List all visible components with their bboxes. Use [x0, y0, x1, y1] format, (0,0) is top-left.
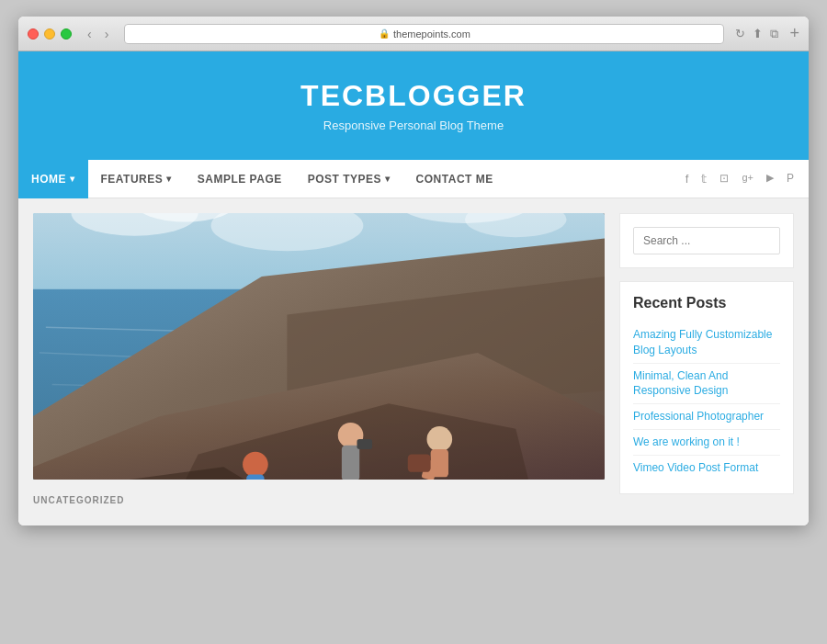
svg-rect-25: [408, 454, 431, 471]
browser-nav: ‹ ›: [83, 25, 113, 43]
main-content: UNCATEGORIZED Recent Posts Amazing Fully…: [18, 198, 809, 525]
youtube-icon[interactable]: ▶: [766, 172, 774, 186]
search-input[interactable]: [633, 227, 780, 254]
recent-post-4[interactable]: We are working on it !: [633, 430, 780, 456]
googleplus-icon[interactable]: g+: [742, 172, 753, 186]
svg-point-15: [243, 452, 268, 478]
svg-rect-20: [357, 439, 372, 449]
lock-icon: 🔒: [379, 28, 390, 39]
facebook-icon[interactable]: f: [685, 172, 689, 186]
new-tab-button[interactable]: ⧉: [770, 24, 778, 43]
nav-item-home[interactable]: HOME ▾: [18, 160, 88, 198]
twitter-icon[interactable]: 𝕥: [701, 172, 707, 186]
nav-items: HOME ▾ FEATURES ▾ SAMPLE PAGE POST TYPES…: [18, 160, 671, 198]
url-text: themepoints.com: [393, 28, 470, 40]
site-header: TECBLOGGER Responsive Personal Blog Them…: [18, 51, 809, 160]
recent-posts-title: Recent Posts: [633, 295, 780, 311]
nav-item-post-types[interactable]: POST TYPES ▾: [295, 160, 403, 198]
recent-post-2[interactable]: Minimal, Clean And Responsive Design: [633, 364, 780, 405]
nav-label-post-types: POST TYPES: [308, 173, 381, 186]
blog-area: UNCATEGORIZED: [33, 213, 605, 511]
site-navigation: HOME ▾ FEATURES ▾ SAMPLE PAGE POST TYPES…: [18, 160, 809, 198]
nav-label-features: FEATURES: [101, 173, 164, 186]
maximize-button[interactable]: [61, 28, 72, 40]
instagram-icon[interactable]: ⊡: [719, 172, 729, 186]
nav-label-sample: SAMPLE PAGE: [198, 173, 282, 186]
site-tagline: Responsive Personal Blog Theme: [37, 119, 790, 132]
nav-label-contact: CONTACT ME: [416, 173, 493, 186]
recent-post-1[interactable]: Amazing Fully Customizable Blog Layouts: [633, 322, 780, 364]
share-button[interactable]: ⬆: [753, 24, 763, 43]
nav-arrow-post-types: ▾: [385, 174, 391, 184]
browser-window: ‹ › 🔒 themepoints.com ↻ ⬆ ⧉ + TECBLOGGER…: [18, 17, 809, 525]
recent-post-5[interactable]: Vimeo Video Post Format: [633, 456, 780, 480]
browser-titlebar: ‹ › 🔒 themepoints.com ↻ ⬆ ⧉ +: [18, 17, 809, 51]
nav-item-contact[interactable]: CONTACT ME: [403, 160, 506, 198]
close-button[interactable]: [28, 28, 39, 40]
nav-arrow-home: ▾: [70, 174, 75, 184]
site-title: TECBLOGGER: [37, 79, 790, 113]
pinterest-icon[interactable]: P: [787, 172, 794, 186]
website-content: TECBLOGGER Responsive Personal Blog Them…: [18, 51, 809, 525]
add-tab-button[interactable]: +: [789, 24, 799, 43]
social-icons: f 𝕥 ⊡ g+ ▶ P: [671, 172, 809, 186]
post-category: UNCATEGORIZED: [33, 495, 124, 505]
forward-button[interactable]: ›: [100, 25, 114, 43]
sidebar: Recent Posts Amazing Fully Customizable …: [619, 213, 794, 511]
back-button[interactable]: ‹: [83, 25, 96, 43]
browser-buttons: [28, 28, 72, 40]
nav-item-features[interactable]: FEATURES ▾: [88, 160, 185, 198]
nav-label-home: HOME: [31, 173, 66, 186]
search-widget: [619, 213, 794, 268]
nav-arrow-features: ▾: [166, 174, 172, 184]
reload-button[interactable]: ↻: [735, 27, 745, 40]
address-bar[interactable]: 🔒 themepoints.com: [124, 24, 724, 44]
featured-image: [33, 213, 605, 480]
recent-posts-widget: Recent Posts Amazing Fully Customizable …: [619, 281, 794, 494]
svg-point-21: [426, 426, 452, 452]
svg-rect-16: [246, 475, 264, 480]
nav-item-sample[interactable]: SAMPLE PAGE: [185, 160, 295, 198]
minimize-button[interactable]: [44, 28, 55, 40]
svg-rect-19: [342, 446, 359, 480]
post-meta: UNCATEGORIZED: [33, 480, 605, 511]
recent-post-3[interactable]: Professional Photographer: [633, 404, 780, 430]
hero-image-svg: [33, 213, 605, 480]
